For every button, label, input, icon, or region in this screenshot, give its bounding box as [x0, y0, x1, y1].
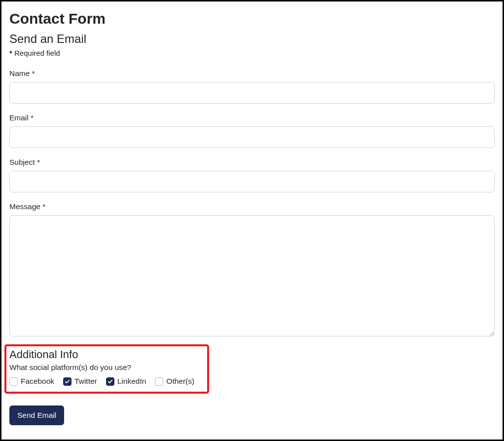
email-input[interactable] — [9, 126, 495, 148]
email-field-group: Email * — [9, 113, 495, 148]
checkbox-facebook[interactable] — [9, 377, 18, 386]
required-note: * Required field — [9, 49, 495, 57]
subject-input[interactable] — [9, 171, 495, 192]
page-container: Contact Form Send an Email * Required fi… — [0, 0, 504, 441]
checkbox-linkedin[interactable] — [106, 377, 114, 386]
additional-info-question: What social platform(s) do you use? — [9, 363, 495, 372]
subject-field-group: Subject * — [9, 158, 495, 192]
message-field-group: Message * — [9, 202, 495, 338]
page-title: Contact Form — [9, 10, 495, 27]
checkbox-item-twitter: Twitter — [63, 377, 97, 386]
checkbox-label-others[interactable]: Other(s) — [166, 377, 194, 386]
message-label: Message * — [9, 202, 495, 211]
send-email-button[interactable]: Send Email — [9, 405, 64, 425]
name-label: Name * — [9, 69, 495, 78]
subject-label: Subject * — [9, 158, 495, 167]
name-field-group: Name * — [9, 69, 495, 104]
checkbox-row: Facebook Twitter LinkedIn Other(s) — [9, 377, 495, 386]
name-input[interactable] — [9, 82, 495, 104]
message-textarea[interactable] — [9, 215, 495, 336]
checkbox-label-linkedin[interactable]: LinkedIn — [117, 377, 146, 386]
checkbox-item-facebook: Facebook — [9, 377, 54, 386]
form-subtitle: Send an Email — [9, 32, 495, 46]
email-label: Email * — [9, 113, 495, 122]
checkbox-twitter[interactable] — [63, 377, 72, 386]
checkbox-others[interactable] — [155, 377, 163, 386]
checkbox-label-twitter[interactable]: Twitter — [74, 377, 97, 386]
required-star-icon: * — [9, 49, 12, 57]
checkbox-item-linkedin: LinkedIn — [106, 377, 146, 386]
checkbox-item-others: Other(s) — [155, 377, 194, 386]
checkbox-label-facebook[interactable]: Facebook — [21, 377, 54, 386]
check-icon — [65, 379, 70, 384]
check-icon — [108, 379, 113, 384]
additional-info-title: Additional Info — [9, 348, 495, 361]
additional-info-section: Additional Info What social platform(s) … — [9, 348, 495, 386]
required-note-text: Required field — [14, 49, 60, 57]
